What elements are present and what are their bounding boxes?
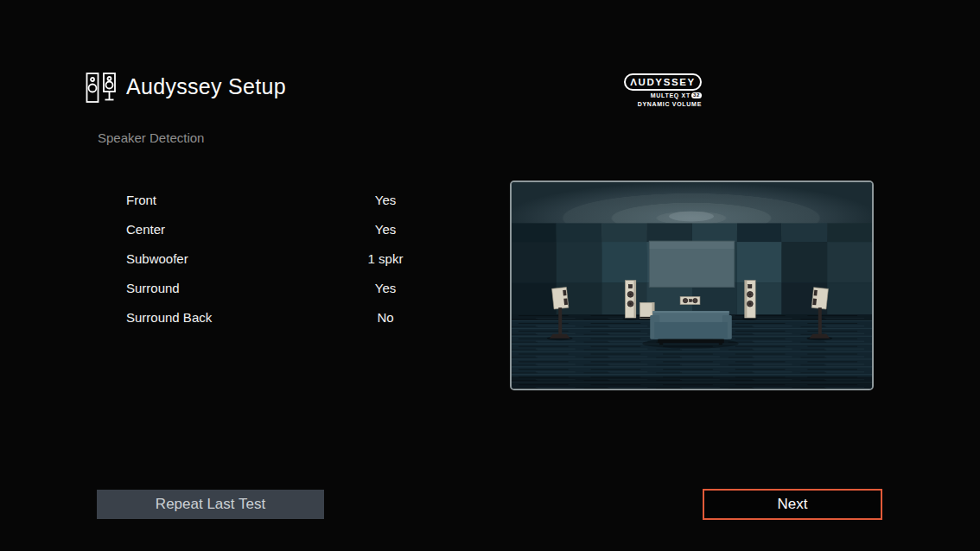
front-left-speaker	[625, 281, 635, 318]
page-subtitle: Speaker Detection	[98, 130, 204, 145]
row-label: Surround Back	[126, 310, 334, 325]
detection-row-front: Front Yes	[126, 185, 437, 214]
multeq-label: MULTEQ XT	[651, 92, 690, 98]
row-value: Yes	[334, 193, 437, 207]
detection-row-center: Center Yes	[126, 214, 437, 244]
row-value: Yes	[334, 222, 437, 237]
sofa	[650, 311, 732, 345]
audyssey-multeq-line: MULTEQ XT32	[624, 92, 702, 99]
speaker-layout-illustration	[510, 180, 874, 390]
front-right-speaker	[745, 281, 755, 318]
detection-row-surround: Surround Yes	[126, 273, 437, 302]
center-speaker	[680, 296, 700, 304]
row-label: Center	[126, 222, 334, 237]
next-button[interactable]: Next	[703, 489, 882, 520]
room-scene	[512, 182, 872, 389]
audyssey-logo: ΛUDYSSEY MULTEQ XT32 DYNAMIC VOLUME	[624, 73, 702, 108]
row-label: Front	[126, 193, 334, 207]
speaker-pair-icon	[84, 71, 118, 105]
audyssey-setup-screen: Audyssey Setup Speaker Detection ΛUDYSSE…	[0, 0, 980, 551]
page-title: Audyssey Setup	[126, 74, 286, 99]
repeat-last-test-button[interactable]: Repeat Last Test	[97, 490, 324, 519]
detection-row-surround-back: Surround Back No	[126, 302, 437, 332]
detection-row-subwoofer: Subwoofer 1 spkr	[126, 244, 437, 273]
row-label: Surround	[126, 281, 334, 295]
dynamic-volume-label: DYNAMIC VOLUME	[624, 101, 702, 108]
row-value: No	[334, 310, 437, 325]
speaker-detection-list: Front Yes Center Yes Subwoofer 1 spkr Su…	[126, 185, 437, 332]
row-value: Yes	[334, 281, 437, 295]
multeq-xt32-badge: 32	[691, 92, 702, 98]
row-value: 1 spkr	[334, 251, 437, 266]
row-label: Subwoofer	[126, 251, 334, 266]
audyssey-brand-badge: ΛUDYSSEY	[624, 73, 702, 91]
